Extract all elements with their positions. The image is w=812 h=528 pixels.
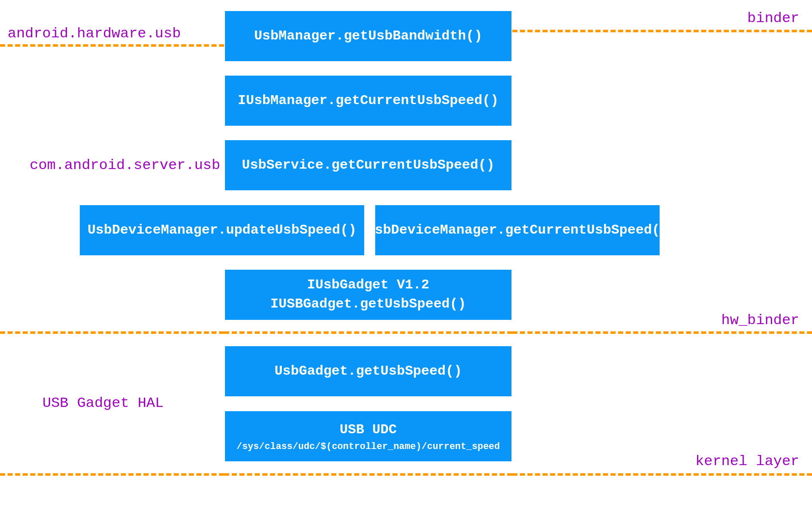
dashed-kernel-right bbox=[512, 473, 812, 476]
label-binder: binder bbox=[747, 10, 799, 26]
box-iusbgadget-inner: IUsbGadget V1.2 IUSBGadget.getUsbSpeed() bbox=[270, 276, 466, 314]
box-usbgadget-getspeed-text: UsbGadget.getUsbSpeed() bbox=[275, 362, 462, 381]
label-kernel-layer: kernel layer bbox=[695, 453, 799, 469]
box-usbdevicemanager-update-text: UsbDeviceManager.updateUsbSpeed() bbox=[87, 221, 357, 240]
box-usbservice-text: UsbService.getCurrentUsbSpeed() bbox=[242, 156, 495, 175]
box-usbgadget-getspeed: UsbGadget.getUsbSpeed() bbox=[225, 346, 511, 396]
box-usbdevicemanager-getcurrent-text: UsbDeviceManager.getCurrentUsbSpeed() bbox=[367, 221, 669, 240]
dashed-binder-left bbox=[0, 44, 224, 47]
box-iusbgadget: IUsbGadget V1.2 IUSBGadget.getUsbSpeed() bbox=[225, 270, 511, 320]
label-usb-gadget-hal: USB Gadget HAL bbox=[42, 395, 164, 411]
dashed-hwbinder-left bbox=[0, 331, 224, 334]
box-usbdevicemanager-update: UsbDeviceManager.updateUsbSpeed() bbox=[80, 205, 364, 255]
box-usb-udc: USB UDC /sys/class/udc/$(controller_name… bbox=[225, 411, 511, 461]
box-usbdevicemanager-getcurrent: UsbDeviceManager.getCurrentUsbSpeed() bbox=[375, 205, 660, 255]
box-iusbmanager: IUsbManager.getCurrentUsbSpeed() bbox=[225, 76, 511, 126]
dashed-binder-right bbox=[512, 30, 812, 32]
box-usbservice: UsbService.getCurrentUsbSpeed() bbox=[225, 140, 511, 190]
dashed-kernel-mid bbox=[224, 473, 512, 476]
box-usb-udc-line2: /sys/class/udc/$(controller_name)/curren… bbox=[236, 441, 500, 452]
box-usbmanager-text: UsbManager.getUsbBandwidth() bbox=[254, 27, 483, 46]
dashed-kernel-left bbox=[0, 473, 224, 476]
label-hw-binder: hw_binder bbox=[721, 312, 799, 328]
box-iusbmanager-text: IUsbManager.getCurrentUsbSpeed() bbox=[238, 91, 499, 110]
box-usb-udc-line1: USB UDC bbox=[340, 421, 396, 440]
dashed-hwbinder-mid bbox=[224, 331, 512, 334]
box-iusbgadget-line2: IUSBGadget.getUsbSpeed() bbox=[270, 295, 466, 314]
label-com-android-server-usb: com.android.server.usb bbox=[30, 157, 220, 173]
dashed-hwbinder-right bbox=[512, 331, 812, 334]
label-android-hardware-usb: android.hardware.usb bbox=[8, 25, 181, 42]
box-iusbgadget-line1: IUsbGadget V1.2 bbox=[270, 276, 466, 295]
box-usbmanager: UsbManager.getUsbBandwidth() bbox=[225, 11, 511, 61]
